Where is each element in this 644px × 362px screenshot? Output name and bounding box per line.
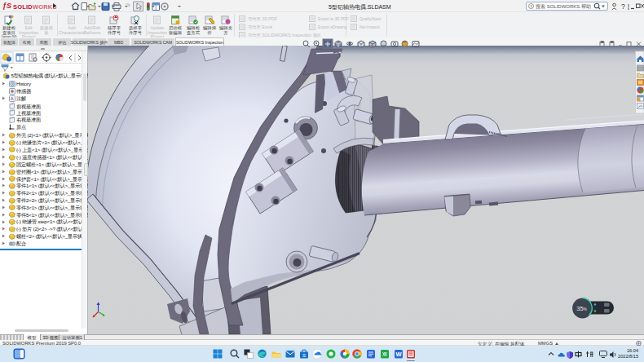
svg-text:W: W [395,351,402,358]
svg-text:S: S [302,353,306,358]
svg-text:?: ? [621,2,625,11]
svg-text:A: A [10,96,13,101]
